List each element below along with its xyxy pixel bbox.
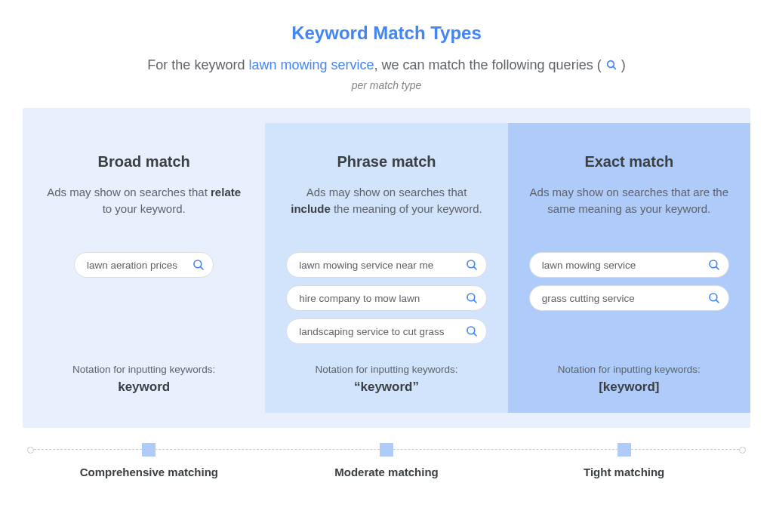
svg-line-9 — [473, 333, 476, 336]
subtitle-keyword: lawn mowing service — [248, 57, 374, 72]
timeline-mark-broad: Comprehensive matching — [30, 443, 268, 478]
query-text: lawn mowing service — [542, 260, 636, 271]
broad-notation-label: Notation for inputting keywords: — [44, 364, 244, 375]
search-icon — [465, 324, 479, 338]
phrase-heading: Phrase match — [286, 153, 486, 171]
page-title: Keyword Match Types — [23, 23, 750, 44]
svg-line-7 — [473, 300, 476, 303]
timeline-mark-exact: Tight matching — [505, 443, 743, 478]
query-chip: lawn aeration prices — [74, 252, 214, 278]
exact-queries: lawn mowing service grass cutting servic… — [529, 252, 729, 350]
query-chip: landscaping service to cut grass — [286, 318, 486, 344]
svg-line-13 — [716, 300, 719, 303]
timeline-label-phrase: Moderate matching — [334, 466, 439, 478]
search-icon — [465, 291, 479, 305]
query-text: lawn mowing service near me — [299, 260, 433, 271]
broad-desc-post: to your keyword. — [103, 202, 186, 215]
match-panel: Broad match Ads may show on searches tha… — [23, 108, 750, 428]
subtitle-pre: For the keyword — [147, 57, 248, 72]
timeline-marker — [617, 443, 631, 457]
broad-heading: Broad match — [44, 153, 244, 171]
phrase-notation: “keyword” — [286, 380, 486, 395]
subtitle-close: ) — [617, 57, 626, 72]
timeline-label-broad: Comprehensive matching — [80, 466, 218, 478]
phrase-desc-pre: Ads may show on searches that — [306, 186, 467, 198]
per-match-type: per match type — [23, 79, 750, 91]
query-text: landscaping service to cut grass — [299, 326, 444, 337]
subtitle-post: , we can match the following queries ( — [374, 57, 605, 72]
svg-line-1 — [613, 66, 615, 69]
broad-notation: keyword — [44, 380, 244, 395]
query-text: grass cutting service — [542, 293, 635, 304]
exact-notation-label: Notation for inputting keywords: — [529, 364, 729, 375]
search-icon — [707, 258, 721, 272]
broad-desc-bold: relate — [211, 186, 241, 198]
broad-queries: lawn aeration prices — [44, 252, 244, 350]
exact-desc: Ads may show on searches that are the sa… — [529, 184, 729, 237]
timeline: Comprehensive matching Moderate matching… — [30, 443, 743, 488]
query-chip: lawn mowing service — [529, 252, 729, 278]
query-text: hire company to mow lawn — [299, 293, 420, 304]
query-chip: grass cutting service — [529, 285, 729, 311]
timeline-mark-phrase: Moderate matching — [268, 443, 506, 478]
phrase-desc-post: the meaning of your keyword. — [331, 202, 482, 215]
search-icon — [192, 258, 205, 272]
phrase-desc: Ads may show on searches that include th… — [286, 184, 486, 237]
svg-line-3 — [201, 266, 204, 269]
search-icon — [605, 59, 617, 71]
phrase-queries: lawn mowing service near me hire company… — [286, 252, 486, 350]
column-broad: Broad match Ads may show on searches tha… — [23, 123, 265, 413]
timeline-marker — [142, 443, 156, 457]
column-phrase: Phrase match Ads may show on searches th… — [265, 123, 507, 413]
svg-line-11 — [716, 266, 719, 269]
column-exact: Exact match Ads may show on searches tha… — [508, 123, 750, 413]
broad-desc-pre: Ads may show on searches that — [47, 186, 211, 198]
exact-desc-pre: Ads may show on searches that are the sa… — [530, 186, 728, 215]
broad-desc: Ads may show on searches that relate to … — [44, 184, 244, 237]
exact-notation: [keyword] — [529, 380, 729, 395]
timeline-marker — [380, 443, 393, 457]
search-icon — [707, 291, 721, 305]
query-chip: lawn mowing service near me — [286, 252, 486, 278]
query-chip: hire company to mow lawn — [286, 285, 486, 311]
subtitle: For the keyword lawn mowing service, we … — [23, 57, 750, 73]
search-icon — [465, 258, 479, 272]
phrase-notation-label: Notation for inputting keywords: — [286, 364, 486, 375]
query-text: lawn aeration prices — [87, 260, 177, 271]
exact-heading: Exact match — [529, 153, 729, 171]
timeline-label-exact: Tight matching — [584, 466, 664, 478]
svg-line-5 — [473, 266, 476, 269]
phrase-desc-bold: include — [291, 202, 331, 215]
